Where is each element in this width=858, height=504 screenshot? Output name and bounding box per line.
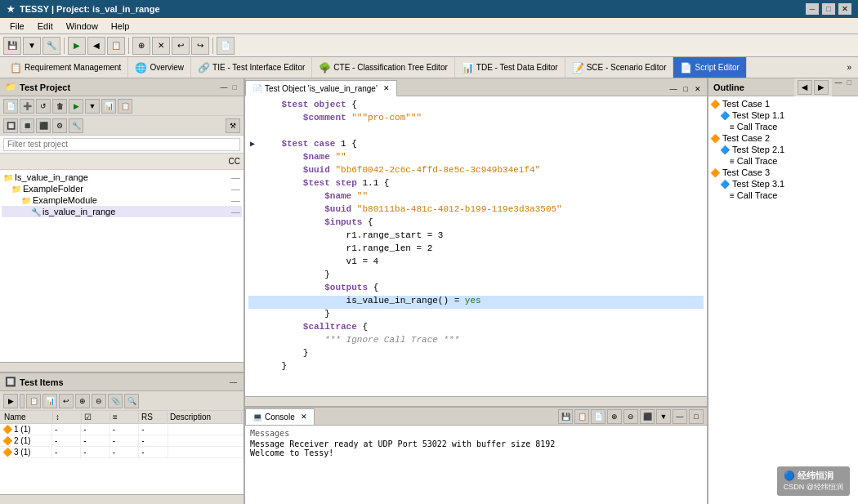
- ti-btn-6[interactable]: ⊖: [92, 394, 106, 408]
- code-line-19: *** Ignore Call Trace ***: [248, 335, 704, 348]
- ti-btn-3[interactable]: 📊: [42, 394, 57, 408]
- outline-item-testcase3[interactable]: 🔶 Test Case 3: [710, 167, 856, 178]
- console-btn-6[interactable]: ⬛: [640, 409, 655, 424]
- tp-btn-t4[interactable]: ⚙: [52, 118, 67, 133]
- ti-btn-4[interactable]: ↩: [59, 394, 74, 408]
- outline-item-calltrace2[interactable]: ≡ Call Trace: [710, 155, 856, 167]
- toolbar-btn-2[interactable]: ▼: [23, 37, 41, 55]
- tree-item-example-module[interactable]: 📁 ExampleModule —: [2, 194, 242, 206]
- tp-btn-5[interactable]: 📋: [118, 99, 132, 114]
- editor-body: $test object { $comment """pro-com""" ▶: [245, 96, 707, 406]
- tab-script-editor[interactable]: 📄 Script Editor: [673, 57, 746, 78]
- ti-btn-1[interactable]: ▶: [3, 394, 18, 408]
- tree-item-is-value-in-range[interactable]: 🔧 is_value_in_range —: [2, 206, 242, 217]
- outline-item-calltrace1[interactable]: ≡ Call Trace: [710, 121, 856, 132]
- tp-btn-refresh[interactable]: ↺: [36, 99, 51, 114]
- editor-ctrl-max[interactable]: □: [681, 84, 690, 94]
- outline-min-btn[interactable]: —: [833, 78, 844, 96]
- line-content-10: $inputs {: [260, 217, 702, 230]
- outline-item-teststep31[interactable]: 🔷 Test Step 3.1: [710, 178, 856, 190]
- menu-window[interactable]: Window: [60, 20, 105, 33]
- menu-edit[interactable]: Edit: [31, 20, 60, 33]
- editor-ctrl-min[interactable]: —: [668, 84, 680, 94]
- tp-btn-add[interactable]: ➕: [20, 99, 34, 114]
- toolbar-btn-5[interactable]: 📋: [107, 37, 125, 55]
- toolbar-btn-8[interactable]: ↩: [172, 37, 190, 55]
- tp-btn-new[interactable]: 📄: [3, 99, 18, 114]
- console-tab-close[interactable]: ✕: [301, 413, 307, 421]
- console-btn-copy[interactable]: 📋: [574, 409, 589, 424]
- ti-rs-1: -: [139, 424, 168, 435]
- tab-sce[interactable]: 📝 SCE - Scenario Editor: [565, 57, 674, 78]
- tab-requirement-management[interactable]: 📋 Requirement Management: [3, 57, 128, 78]
- tab-tie[interactable]: 🔗 TIE - Test Interface Editor: [191, 57, 312, 78]
- ti-minimize-btn[interactable]: —: [228, 378, 239, 386]
- minimize-panel-btn[interactable]: —: [219, 83, 230, 91]
- toolbar-btn-7[interactable]: ✕: [152, 37, 170, 55]
- outline-item-calltrace3[interactable]: ≡ Call Trace: [710, 190, 856, 201]
- code-editor[interactable]: $test object { $comment """pro-com""" ▶: [245, 96, 707, 396]
- ti-btn-2[interactable]: 📋: [26, 394, 41, 408]
- editor-scrollbar-h[interactable]: [245, 396, 707, 406]
- tp-btn-report[interactable]: 📊: [101, 99, 116, 114]
- ti-row-3[interactable]: 🔶3 (1) - - - -: [0, 447, 244, 458]
- toolbar-more[interactable]: »: [843, 63, 855, 72]
- tp-btn-delete[interactable]: 🗑: [52, 99, 67, 114]
- menu-file[interactable]: File: [3, 20, 31, 33]
- editor-tab-main[interactable]: 📄 Test Object 'is_value_in_range' ✕: [245, 80, 397, 96]
- console-btn-max[interactable]: □: [689, 409, 704, 424]
- minimize-button[interactable]: ─: [806, 3, 819, 15]
- outline-item-teststep11[interactable]: 🔷 Test Step 1.1: [710, 109, 856, 121]
- tp-btn-t2[interactable]: 🔳: [20, 118, 34, 133]
- outline-btn-1[interactable]: ◀: [798, 80, 812, 95]
- tab-overview[interactable]: 🌐 Overview: [128, 57, 191, 78]
- toolbar-btn-6[interactable]: ⊕: [132, 37, 150, 55]
- console-messages-label: Messages: [250, 429, 702, 438]
- editor-tab-close[interactable]: ✕: [383, 84, 390, 92]
- maximize-panel-btn[interactable]: □: [231, 83, 239, 91]
- close-button[interactable]: ✕: [838, 3, 851, 15]
- outline-item-testcase2[interactable]: 🔶 Test Case 2: [710, 132, 856, 144]
- console-btn-5[interactable]: ⊖: [623, 409, 638, 424]
- ti-btn-8[interactable]: 🔍: [124, 394, 139, 408]
- console-btn-4[interactable]: ⊕: [607, 409, 622, 424]
- ti-btn-5[interactable]: ⊕: [75, 394, 90, 408]
- toolbar-btn-4[interactable]: ◀: [87, 37, 105, 55]
- ti-btn-7[interactable]: 📎: [108, 394, 123, 408]
- tab-cte[interactable]: 🌳 CTE - Classification Tree Editor: [312, 57, 455, 78]
- console-btn-dropdown[interactable]: ▼: [656, 409, 671, 424]
- testcase2-icon: 🔶: [710, 134, 720, 143]
- tp-btn-dropdown[interactable]: ▼: [85, 99, 100, 114]
- tp-btn-t5[interactable]: 🔧: [69, 118, 83, 133]
- line-arrow-1: [250, 100, 260, 113]
- filter-input[interactable]: [3, 138, 240, 151]
- tp-btn-tools[interactable]: ⚒: [226, 118, 240, 133]
- console-btn-min[interactable]: —: [673, 409, 687, 424]
- menu-help[interactable]: Help: [105, 20, 136, 33]
- toolbar-btn-play[interactable]: ▶: [68, 37, 86, 55]
- ti-row-2[interactable]: 🔶2 (1) - - - -: [0, 435, 244, 447]
- console-btn-3[interactable]: 📄: [591, 409, 606, 424]
- console-btn-save[interactable]: 💾: [558, 409, 573, 424]
- toolbar-btn-3[interactable]: 🔧: [42, 37, 60, 55]
- tab-tde[interactable]: 📊 TDE - Test Data Editor: [455, 57, 565, 78]
- tree-item-is-value[interactable]: 📁 Is_value_in_range —: [2, 172, 242, 183]
- toolbar-btn-1[interactable]: 💾: [3, 37, 21, 55]
- tp-btn-play[interactable]: ▶: [69, 99, 83, 114]
- calltrace2-icon: ≡: [730, 157, 735, 166]
- tree-item-example-folder[interactable]: 📁 ExampleFolder —: [2, 183, 242, 194]
- outline-item-testcase1[interactable]: 🔶 Test Case 1: [710, 98, 856, 109]
- outline-btn-2[interactable]: ▶: [814, 80, 829, 95]
- tp-btn-t1[interactable]: 🔲: [3, 118, 18, 133]
- toolbar-btn-10[interactable]: 📄: [217, 37, 235, 55]
- outline-item-teststep21[interactable]: 🔷 Test Step 2.1: [710, 144, 856, 155]
- ti-scrollbar-h[interactable]: [0, 494, 244, 504]
- maximize-button[interactable]: □: [822, 3, 835, 15]
- tree-scrollbar-h[interactable]: [0, 362, 244, 372]
- ti-row-1[interactable]: 🔶1 (1) - - - -: [0, 424, 244, 435]
- editor-ctrl-close[interactable]: ✕: [692, 84, 704, 94]
- tp-btn-t3[interactable]: ⬛: [36, 118, 51, 133]
- console-tab[interactable]: 💻 Console ✕: [245, 408, 315, 425]
- toolbar-btn-9[interactable]: ↪: [191, 37, 209, 55]
- outline-max-btn[interactable]: □: [846, 78, 853, 96]
